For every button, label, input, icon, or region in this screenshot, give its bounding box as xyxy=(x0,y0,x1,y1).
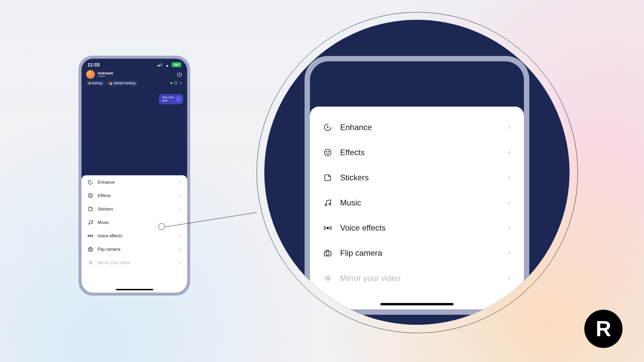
chip-right-controls[interactable] xyxy=(170,81,182,85)
row-label: Flip camera xyxy=(340,248,382,258)
chevron-right-icon xyxy=(178,207,182,211)
chip-weekly-ranking[interactable]: 🔥Weekly Ranking xyxy=(107,81,138,85)
home-indicator[interactable] xyxy=(380,303,453,305)
battery-icon: 86 xyxy=(172,62,181,67)
flip-camera-icon xyxy=(87,246,94,252)
chevron-right-icon xyxy=(506,200,512,205)
chevron-right-icon xyxy=(506,225,512,231)
chip-label: Gaming xyxy=(92,81,102,85)
status-dot-icon xyxy=(170,82,172,84)
zoom-row-mirror-video[interactable]: Mirror your video xyxy=(310,265,524,291)
row-label: Music xyxy=(340,198,361,207)
chip-gaming[interactable]: Gaming xyxy=(86,81,105,85)
add-live-goal-button[interactable]: Add LIVE goal xyxy=(159,94,183,104)
chevron-right-icon xyxy=(178,247,182,251)
zoom-options-sheet: Enhance Effects Stickers xyxy=(310,107,524,309)
row-label: Stickers xyxy=(340,173,369,182)
svg-point-11 xyxy=(328,151,329,152)
row-label: Voice effects xyxy=(340,223,386,233)
status-bar: 11:03 86 xyxy=(82,59,187,69)
phone-frame: 11:03 86 restream 0 likes Gaming xyxy=(78,56,190,296)
enhance-icon xyxy=(87,179,94,185)
chevron-right-icon xyxy=(506,250,512,256)
music-icon xyxy=(87,220,94,225)
svg-point-5 xyxy=(91,223,92,224)
effects-icon xyxy=(322,148,333,157)
row-label: Effects xyxy=(98,193,111,198)
zoom-row-music[interactable]: Music xyxy=(310,190,524,215)
goal-label: goal xyxy=(162,99,167,102)
home-indicator[interactable] xyxy=(116,289,153,290)
stickers-icon xyxy=(322,173,333,182)
phone-screen: 11:03 86 restream 0 likes Gaming xyxy=(82,59,187,293)
zoom-phone-screen: Enhance Effects Stickers xyxy=(310,61,524,309)
row-label: Mirror your video xyxy=(98,260,130,265)
avatar[interactable] xyxy=(86,70,95,79)
chevron-right-icon xyxy=(506,276,512,281)
svg-point-2 xyxy=(89,195,90,195)
chevron-right-icon xyxy=(506,175,512,180)
zoom-view: Enhance Effects Stickers xyxy=(264,20,570,325)
svg-point-6 xyxy=(90,235,91,236)
row-effects[interactable]: Effects xyxy=(82,189,187,202)
row-label: Mirror your video xyxy=(340,274,400,283)
shield-icon xyxy=(174,81,178,85)
brand-logo: R xyxy=(584,310,623,348)
svg-point-9 xyxy=(324,149,331,156)
callout-anchor-icon xyxy=(158,223,165,230)
effects-icon xyxy=(87,193,94,198)
signal-icon xyxy=(157,63,163,66)
chevron-right-icon xyxy=(178,221,182,224)
chevron-right-icon xyxy=(178,180,182,184)
zoom-row-flip-camera[interactable]: Flip camera xyxy=(310,240,524,265)
wifi-icon xyxy=(165,63,170,67)
chevron-right-icon xyxy=(178,261,182,264)
music-icon xyxy=(322,198,333,207)
row-label: Enhance xyxy=(340,123,372,132)
svg-point-1 xyxy=(88,193,93,198)
chip-label: Weekly Ranking xyxy=(114,81,136,85)
status-icons: 86 xyxy=(157,62,181,67)
row-mirror-video[interactable]: Mirror your video xyxy=(82,256,187,269)
enhance-icon xyxy=(322,123,333,132)
svg-point-10 xyxy=(326,151,327,152)
stickers-icon xyxy=(87,206,94,212)
row-label: Voice effects xyxy=(98,233,122,238)
clock: 11:03 xyxy=(88,62,100,67)
flip-camera-icon xyxy=(322,249,333,257)
row-label: Flip camera xyxy=(98,247,120,252)
chevron-right-icon xyxy=(506,125,512,130)
row-label: Effects xyxy=(340,148,365,157)
row-enhance[interactable]: Enhance xyxy=(82,175,187,189)
row-label: Music xyxy=(98,220,109,225)
svg-point-4 xyxy=(89,223,90,224)
voice-effects-icon xyxy=(87,233,94,239)
zoom-phone-frame: Enhance Effects Stickers xyxy=(305,56,529,315)
svg-point-13 xyxy=(329,203,331,205)
zoom-row-enhance[interactable]: Enhance xyxy=(310,115,524,140)
chevron-right-icon xyxy=(178,234,182,238)
row-flip-camera[interactable]: Flip camera xyxy=(82,242,187,256)
zoom-row-stickers[interactable]: Stickers xyxy=(310,165,524,190)
mirror-icon xyxy=(322,274,333,283)
row-stickers[interactable]: Stickers xyxy=(82,202,187,216)
voice-effects-icon xyxy=(322,224,333,232)
row-label: Stickers xyxy=(98,206,113,212)
row-music[interactable]: Music xyxy=(82,216,187,229)
row-voice-effects[interactable]: Voice effects xyxy=(82,229,187,242)
zoom-row-effects[interactable]: Effects xyxy=(310,140,524,165)
zoom-row-voice-effects[interactable]: Voice effects xyxy=(310,215,524,240)
svg-point-3 xyxy=(91,195,91,195)
power-icon[interactable] xyxy=(176,71,182,77)
mirror-icon xyxy=(87,260,94,265)
row-label: Enhance xyxy=(98,180,115,185)
svg-point-12 xyxy=(325,204,327,205)
goal-label: Add LIVE xyxy=(162,96,174,99)
chevron-right-icon xyxy=(179,81,182,85)
goal-icon xyxy=(175,96,182,102)
brand-letter: R xyxy=(596,316,611,341)
chips-row: Gaming 🔥Weekly Ranking xyxy=(82,81,187,87)
chevron-right-icon xyxy=(506,150,512,155)
canvas: 11:03 86 restream 0 likes Gaming xyxy=(0,0,644,362)
chevron-right-icon xyxy=(178,194,182,197)
